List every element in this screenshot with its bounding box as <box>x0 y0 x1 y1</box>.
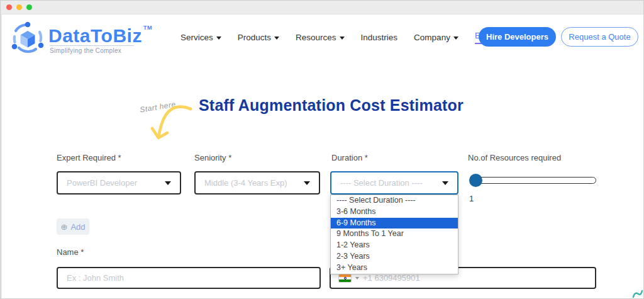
nav-item-label: Resources <box>296 33 336 42</box>
nav-item-services[interactable]: Services <box>180 33 221 42</box>
circle-plus-icon: ⊕ <box>60 222 67 232</box>
nav-item-products[interactable]: Products <box>238 33 279 42</box>
brand-tagline: Simplifying the Complex <box>50 47 121 54</box>
seniority-label: Seniority * <box>194 153 231 162</box>
browser-window: DataToBizTM Simplifying the Complex Serv… <box>0 0 644 299</box>
chevron-down-icon <box>304 181 310 185</box>
brand-divider <box>50 45 134 46</box>
name-input[interactable] <box>57 267 321 289</box>
trademark-symbol: TM <box>143 25 152 31</box>
page-content: DataToBizTM Simplifying the Complex Serv… <box>2 14 643 298</box>
nav-item-label: Industries <box>361 33 398 42</box>
corner-widget-icon[interactable] <box>632 289 643 298</box>
chevron-down-icon <box>442 181 448 185</box>
duration-option-6[interactable]: 3+ Years <box>331 262 458 274</box>
chevron-down-icon <box>453 37 458 40</box>
main-navigation: ServicesProductsResourcesIndustriesCompa… <box>180 31 511 43</box>
resources-slider-thumb[interactable] <box>469 174 482 187</box>
maximize-window-icon[interactable] <box>26 4 32 10</box>
datatobiz-logo-icon[interactable] <box>10 21 45 57</box>
add-row-button[interactable]: ⊕ Add <box>57 218 89 235</box>
india-flag-icon[interactable] <box>338 274 352 283</box>
request-quote-button[interactable]: Request a Quote <box>561 27 638 47</box>
brand-text: DataToBiz <box>48 25 142 46</box>
nav-item-label: Services <box>180 33 213 42</box>
chevron-down-icon <box>340 37 345 40</box>
duration-value: ---- Select Duration ---- <box>340 178 442 188</box>
seniority-value: Middle (3-4 Years Exp) <box>204 178 304 188</box>
duration-dropdown-list: ---- Select Duration ----3-6 Months6-9 M… <box>330 195 458 274</box>
add-button-label: Add <box>70 222 85 232</box>
expert-required-select[interactable]: PowerBI Developer <box>57 171 181 195</box>
resources-value: 1 <box>469 194 474 203</box>
duration-option-1[interactable]: 3-6 Months <box>331 206 458 218</box>
seniority-select[interactable]: Middle (3-4 Years Exp) <box>194 171 320 195</box>
nav-item-label: Products <box>238 33 271 42</box>
minimize-window-icon[interactable] <box>16 4 22 10</box>
curved-arrow-icon <box>148 101 193 143</box>
duration-option-2[interactable]: 6-9 Months <box>331 218 458 229</box>
nav-item-label: Company <box>414 33 450 42</box>
duration-option-3[interactable]: 9 Months To 1 Year <box>331 228 458 240</box>
expert-required-label: Expert Required * <box>57 153 121 162</box>
nav-item-industries[interactable]: Industries <box>361 33 398 42</box>
window-titlebar <box>1 1 643 14</box>
duration-option-4[interactable]: 1-2 Years <box>331 240 458 251</box>
hire-developers-button[interactable]: Hire Developers <box>479 27 556 47</box>
duration-option-5[interactable]: 2-3 Years <box>331 251 458 262</box>
nav-item-company[interactable]: Company <box>414 33 458 42</box>
resources-label: No.of Resources required <box>468 153 561 162</box>
expert-required-value: PowerBI Developer <box>67 178 165 188</box>
chevron-down-icon <box>274 37 279 40</box>
chevron-down-icon <box>165 181 171 185</box>
duration-label: Duration * <box>331 153 368 162</box>
nav-item-resources[interactable]: Resources <box>296 33 345 42</box>
phone-input[interactable] <box>363 273 587 283</box>
name-label: Name * <box>57 247 84 257</box>
brand-name[interactable]: DataToBizTM <box>48 25 152 47</box>
duration-option-0[interactable]: ---- Select Duration ---- <box>331 195 458 206</box>
duration-select[interactable]: ---- Select Duration ---- <box>330 171 458 195</box>
resources-slider-track[interactable] <box>470 177 596 184</box>
chevron-down-icon <box>216 37 221 40</box>
country-dropdown-icon[interactable] <box>355 277 359 279</box>
close-window-icon[interactable] <box>6 4 12 10</box>
page-title: Staff Augmentation Cost Estimator <box>199 96 464 115</box>
